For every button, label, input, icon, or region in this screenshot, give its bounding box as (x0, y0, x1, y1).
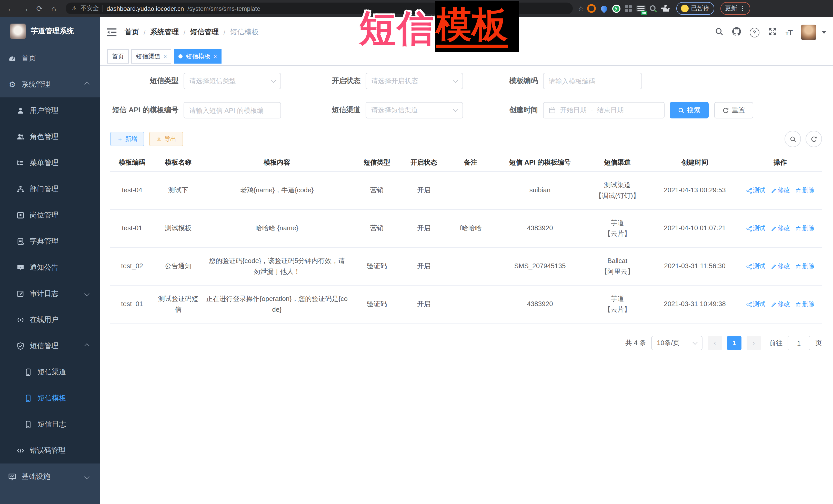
not-secure-label[interactable]: 不安全 (80, 4, 99, 13)
browser-menu-icon[interactable]: ⋮ (740, 5, 745, 12)
page-1-button[interactable]: 1 (727, 336, 741, 350)
header-search-icon[interactable] (715, 27, 723, 38)
prev-page-button[interactable]: ‹ (708, 336, 722, 350)
channel-name: 测试渠道 (587, 180, 648, 190)
close-icon[interactable]: × (214, 53, 217, 59)
chevron-down-icon (85, 291, 90, 296)
update-label: 更新 (725, 4, 737, 13)
font-size-icon[interactable]: TT (785, 28, 792, 37)
extension-y-icon[interactable]: y (612, 4, 621, 13)
col-create-time: 创建时间 (651, 154, 738, 171)
tab-sms-channel[interactable]: 短信渠道 × (131, 49, 171, 64)
next-page-button[interactable]: › (746, 336, 761, 350)
create-time-range-picker[interactable]: 开始日期 - 结束日期 (543, 102, 665, 118)
extensions-puzzle-icon[interactable] (661, 4, 670, 13)
goto-page-input[interactable] (788, 336, 810, 350)
address-bar[interactable]: ⚠ 不安全 dashboard.yudao.iocoder.cn/system/… (66, 3, 573, 14)
sidebar-item-sms[interactable]: 短信管理 (0, 333, 100, 359)
edit-link[interactable]: 修改 (770, 262, 790, 271)
edit-link[interactable]: 修改 (770, 223, 790, 233)
sidebar-item-dictionary[interactable]: 字典管理 (0, 228, 100, 254)
sidebar-item-home[interactable]: 首页 (0, 45, 100, 71)
sidebar-item-sms-log[interactable]: 短信日志 (0, 411, 100, 437)
bookmark-star-icon[interactable]: ☆ (578, 5, 584, 12)
sms-type-select[interactable]: 请选择短信类型 (184, 73, 281, 89)
extension-ring-icon[interactable] (587, 4, 596, 13)
sidebar-item-error-codes[interactable]: 错误码管理 (0, 437, 100, 463)
close-icon[interactable]: × (164, 53, 167, 59)
sidebar-item-label: 短信管理 (30, 341, 58, 351)
add-button[interactable]: ＋ 新增 (110, 132, 144, 146)
browser-home-icon[interactable]: ⌂ (48, 3, 60, 14)
page-size-select[interactable]: 10条/页 (651, 336, 703, 350)
edit-link[interactable]: 修改 (770, 299, 790, 309)
enable-status-select[interactable]: 请选择开启状态 (365, 73, 463, 89)
sidebar-item-sms-channel[interactable]: 短信渠道 (0, 359, 100, 385)
cell-api-id: suibian (496, 171, 584, 210)
browser-forward-icon[interactable]: → (20, 3, 31, 14)
sidebar-item-announcements[interactable]: 通知公告 (0, 254, 100, 281)
sidebar-item-system[interactable]: ⚙ 系统管理 (0, 71, 100, 97)
sidebar-item-positions[interactable]: 岗位管理 (0, 202, 100, 228)
user-avatar[interactable] (801, 25, 816, 40)
sidebar-item-online-users[interactable]: 在线用户 (0, 307, 100, 333)
browser-update-button[interactable]: 更新 ⋮ (720, 2, 750, 15)
breadcrumb-sms[interactable]: 短信管理 (190, 28, 219, 37)
fullscreen-icon[interactable] (768, 27, 777, 38)
breadcrumb-system[interactable]: 系统管理 (150, 28, 179, 37)
delete-link[interactable]: 删除 (795, 186, 814, 195)
api-template-id-input[interactable] (184, 102, 281, 118)
not-secure-warning-icon: ⚠ (72, 5, 77, 12)
test-link[interactable]: 测试 (746, 186, 765, 195)
table-row: test_02 公告通知 您的验证码{code}，该验证码5分钟内有效，请勿泄漏… (110, 247, 822, 285)
sidebar-item-menus[interactable]: 菜单管理 (0, 150, 100, 176)
avatar-caret-icon[interactable] (822, 31, 826, 33)
tab-home[interactable]: 首页 (107, 49, 129, 64)
help-icon[interactable]: ? (749, 27, 759, 37)
edit-label: 修改 (778, 262, 790, 271)
sidebar-item-audit-log[interactable]: 审计日志 (0, 281, 100, 307)
channel-name: 芋道 (587, 218, 648, 229)
test-link[interactable]: 测试 (746, 299, 765, 309)
end-date-placeholder[interactable]: 结束日期 (597, 105, 624, 115)
export-button-label: 导出 (164, 135, 176, 143)
edit-link[interactable]: 修改 (770, 186, 790, 195)
reset-button[interactable]: 重置 (714, 102, 753, 118)
template-code-input[interactable] (543, 73, 642, 89)
tab-label: 短信渠道 (136, 52, 161, 61)
edit-label: 修改 (778, 299, 790, 309)
search-button[interactable]: 搜索 (670, 102, 709, 118)
browser-reload-icon[interactable]: ⟳ (34, 3, 45, 14)
cell-code: test_02 (110, 247, 154, 285)
extension-list-icon[interactable]: on (636, 4, 645, 13)
tab-sms-template[interactable]: 短信模板 × (174, 49, 221, 64)
toggle-search-button[interactable] (785, 131, 801, 147)
extension-magnifier-icon[interactable] (648, 4, 658, 13)
cell-create-time: 2021-04-13 00:29:53 (651, 171, 738, 210)
refresh-table-button[interactable] (806, 131, 822, 147)
sidebar-item-label: 短信日志 (38, 419, 66, 429)
breadcrumb-home[interactable]: 首页 (125, 28, 139, 37)
delete-link[interactable]: 删除 (795, 299, 814, 309)
sidebar-collapse-icon[interactable] (105, 26, 118, 39)
sms-channel-select[interactable]: 请选择短信渠道 (365, 102, 463, 118)
sidebar-item-infrastructure[interactable]: 基础设施 (0, 463, 100, 490)
github-icon[interactable] (732, 27, 741, 38)
url-host[interactable]: dashboard.yudao.iocoder.cn (106, 5, 184, 12)
test-link[interactable]: 测试 (746, 262, 765, 271)
start-date-placeholder[interactable]: 开始日期 (560, 105, 587, 115)
delete-link[interactable]: 删除 (795, 262, 814, 271)
sidebar-item-sms-template[interactable]: 短信模板 (0, 385, 100, 411)
extension-pin-icon[interactable] (599, 4, 609, 13)
sidebar-item-roles[interactable]: 角色管理 (0, 124, 100, 150)
sidebar-item-users[interactable]: 用户管理 (0, 97, 100, 124)
delete-link[interactable]: 删除 (795, 223, 814, 233)
browser-back-icon[interactable]: ← (5, 3, 17, 14)
extension-grid-icon[interactable] (624, 4, 633, 13)
test-link[interactable]: 测试 (746, 223, 765, 233)
cell-content: 您的验证码{code}，该验证码5分钟内有效，请勿泄漏于他人！ (203, 247, 351, 285)
export-button[interactable]: 导出 (149, 132, 183, 146)
app-logo-row[interactable]: 芋道管理系统 (0, 17, 100, 45)
profile-paused-badge[interactable]: 已暂停 (676, 2, 714, 15)
sidebar-item-departments[interactable]: 部门管理 (0, 176, 100, 202)
